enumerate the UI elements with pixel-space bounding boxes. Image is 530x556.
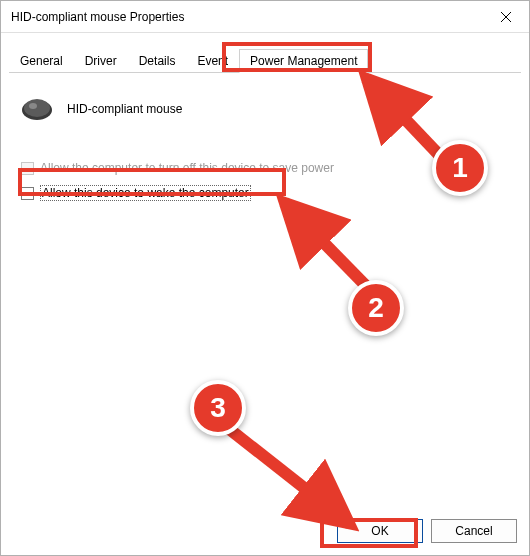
device-name-label: HID-compliant mouse	[67, 102, 182, 116]
close-button[interactable]	[483, 1, 529, 33]
cancel-button[interactable]: Cancel	[431, 519, 517, 543]
checkbox-allow-turnoff: Allow the computer to turn off this devi…	[21, 161, 511, 175]
tab-driver[interactable]: Driver	[74, 48, 128, 72]
tab-events[interactable]: Event	[186, 48, 239, 72]
checkbox-allow-wake-label: Allow this device to wake the computer	[40, 185, 251, 201]
tab-content: HID-compliant mouse Allow the computer t…	[1, 73, 529, 555]
properties-dialog: HID-compliant mouse Properties General D…	[0, 0, 530, 556]
checkbox-allow-turnoff-label: Allow the computer to turn off this devi…	[40, 161, 334, 175]
checkbox-box-icon	[21, 187, 34, 200]
ok-button[interactable]: OK	[337, 519, 423, 543]
svg-point-4	[29, 103, 37, 109]
titlebar: HID-compliant mouse Properties	[1, 1, 529, 33]
tab-general[interactable]: General	[9, 48, 74, 72]
dialog-buttons: OK Cancel	[337, 519, 517, 543]
checkbox-allow-wake[interactable]: Allow this device to wake the computer	[21, 185, 511, 201]
tab-details[interactable]: Details	[128, 48, 187, 72]
device-row: HID-compliant mouse	[19, 95, 511, 123]
checkbox-box-icon	[21, 162, 34, 175]
tab-bar: General Driver Details Event Power Manag…	[9, 47, 521, 73]
close-icon	[501, 12, 511, 22]
svg-point-3	[24, 99, 50, 117]
window-title: HID-compliant mouse Properties	[11, 10, 483, 24]
mouse-icon	[19, 95, 55, 123]
tab-power-management[interactable]: Power Management	[239, 49, 368, 73]
